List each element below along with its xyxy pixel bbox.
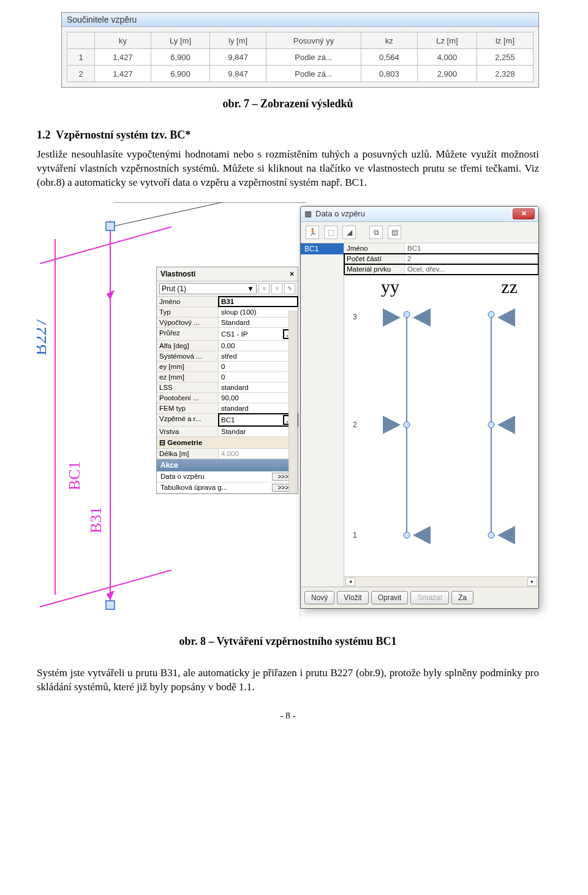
prop-row[interactable]: Výpočtový ...Standard▼ [157, 318, 298, 328]
svg-point-20 [488, 532, 494, 538]
dialog-buttons: NovýVložitOpravitSmazatZa [301, 587, 538, 608]
table-row: 21,4276,9009,847Podle zá...0,8032,9002,3… [67, 66, 533, 82]
prop-row[interactable]: Pootočení ...90,00 [157, 393, 298, 403]
figure-8: B227 BC1 B31 Vlastnosti× Prut (1)▼ ▿ ▿ ✎… [37, 202, 539, 619]
copy-icon[interactable]: ⧉ [369, 226, 383, 239]
dialog-toolbar: 🏃 ⬚ ◢ ⧉ ▤ [301, 222, 538, 243]
dlg-button-smazat: Smazat [410, 591, 449, 604]
dialog-list[interactable]: BC1 [301, 243, 344, 587]
col-header: ly [m] [210, 32, 266, 49]
prop-row[interactable]: JménoB31 [157, 297, 298, 307]
dlg-button-nový[interactable]: Nový [304, 591, 334, 604]
tool-icon-1[interactable]: 🏃 [306, 226, 319, 239]
col-header: kz [361, 32, 417, 49]
tool-icon-2[interactable]: ⬚ [324, 226, 337, 239]
col-header: Lz [m] [417, 32, 477, 49]
svg-text:3: 3 [353, 313, 357, 321]
svg-marker-16 [413, 526, 431, 544]
prop-row[interactable]: ey [mm]0 [157, 362, 298, 372]
prop-row: Délka [m]4,000 [157, 449, 298, 459]
yy-label: yy [381, 276, 399, 297]
figure-7-caption: obr. 7 – Zobrazení výsledků [37, 97, 539, 110]
prop-row[interactable]: Alfa [deg]0,00 [157, 341, 298, 351]
dlg-prop-row[interactable]: Materiál prvkuOcel, dřev... [344, 264, 538, 275]
prop-row[interactable]: ez [mm]0 [157, 372, 298, 383]
app-icon: ▦ [304, 209, 312, 218]
svg-rect-8 [106, 601, 115, 609]
table-row: 11,4276,9009,847Podle zá...0,5644,0002,2… [67, 49, 533, 66]
scrollbar[interactable] [288, 310, 298, 493]
tool-icon-5[interactable]: ▤ [388, 226, 401, 239]
col-header: Ly [m] [151, 32, 209, 49]
prop-row[interactable]: Typsloup (100)▼ [157, 307, 298, 318]
actions-header: Akce [157, 459, 298, 471]
scroll-right-icon[interactable]: ▸ [527, 577, 537, 586]
funnel2-icon[interactable]: ▿ [271, 283, 282, 294]
action-row: Data o vzpěru>>> [157, 471, 298, 482]
svg-marker-14 [413, 308, 431, 327]
scroll-left-icon[interactable]: ◂ [345, 577, 355, 586]
properties-title: Vlastnosti× [157, 267, 298, 281]
properties-panel: Vlastnosti× Prut (1)▼ ▿ ▿ ✎ JménoB31Typs… [156, 267, 298, 494]
svg-point-19 [488, 422, 494, 428]
figure-8-caption: obr. 8 – Vytváření vzpěrnostního systému… [37, 635, 539, 648]
svg-rect-7 [106, 222, 115, 230]
prop-row[interactable]: Vzpěrné a r...BC1... [157, 414, 298, 427]
col-header: Posuvný yy [266, 32, 361, 49]
chevron-down-icon: ▼ [247, 284, 254, 293]
buckling-diagram: yy zz [344, 275, 538, 576]
prop-row[interactable]: VrstvaStandar▼ [157, 427, 298, 437]
h-scrollbar[interactable]: ◂ ▸ [344, 576, 538, 587]
svg-point-10 [404, 311, 410, 318]
svg-text:2: 2 [353, 421, 357, 429]
close-icon[interactable]: × [290, 270, 294, 278]
buckling-coeff-window: Součinitele vzpěru kyLy [m]ly [m]Posuvný… [61, 12, 539, 88]
label-b227: B227 [37, 318, 50, 356]
svg-point-18 [488, 311, 494, 318]
svg-point-11 [404, 422, 410, 428]
label-bc1: BC1 [66, 461, 83, 490]
col-header: lz [m] [477, 32, 533, 49]
element-combo[interactable]: Prut (1)▼ [159, 283, 257, 294]
group-geometry: ⊟ Geometrie [157, 437, 298, 449]
dlg-prop-row[interactable]: Počet částí2 [344, 254, 538, 264]
svg-line-2 [40, 227, 172, 264]
svg-marker-23 [497, 526, 515, 544]
window-title: Součinitele vzpěru [62, 13, 538, 27]
paragraph-1: Jestliže nesouhlasíte vypočtenými hodnot… [37, 148, 539, 190]
svg-line-5 [110, 202, 306, 227]
page-number: - 8 - [37, 710, 539, 721]
section-heading: 1.2 Vzpěrnostní systém tzv. BC* [37, 129, 539, 142]
buckling-data-dialog: ▦Data o vzpěru ✕ 🏃 ⬚ ◢ ⧉ ▤ BC1 JménoBC1P… [300, 206, 539, 609]
svg-marker-15 [383, 416, 401, 434]
paragraph-2: Systém jste vytvářeli u prutu B31, ale a… [37, 666, 539, 695]
dlg-button-opravit[interactable]: Opravit [371, 591, 409, 604]
svg-marker-22 [497, 416, 515, 434]
close-button[interactable]: ✕ [513, 208, 535, 219]
zz-label: zz [501, 276, 518, 297]
pencil-icon[interactable]: ✎ [284, 283, 295, 294]
buckling-table: kyLy [m]ly [m]Posuvný yykzLz [m]lz [m] 1… [67, 32, 533, 82]
dialog-titlebar: ▦Data o vzpěru ✕ [301, 207, 538, 222]
dlg-button-vložit[interactable]: Vložit [337, 591, 368, 604]
dlg-prop-row[interactable]: JménoBC1 [344, 243, 538, 254]
action-row: Tabulková úprava g...>>> [157, 482, 298, 493]
prop-row[interactable]: LSSstandard▼ [157, 383, 298, 393]
svg-point-12 [404, 532, 410, 538]
svg-text:1: 1 [353, 531, 357, 539]
list-item-bc1[interactable]: BC1 [301, 243, 344, 254]
col-header: ky [95, 32, 151, 49]
svg-marker-13 [383, 308, 401, 327]
eraser-icon[interactable]: ◢ [342, 226, 356, 239]
dlg-button-za[interactable]: Za [451, 591, 473, 604]
col-header [67, 32, 95, 49]
prop-row[interactable]: Systémová ...střed▼ [157, 351, 298, 362]
prop-row[interactable]: PrůřezCS1 - IP... [157, 328, 298, 341]
label-b31: B31 [87, 506, 105, 533]
svg-marker-21 [497, 308, 515, 327]
prop-row[interactable]: FEM typstandard▼ [157, 403, 298, 414]
funnel-icon[interactable]: ▿ [258, 283, 270, 294]
